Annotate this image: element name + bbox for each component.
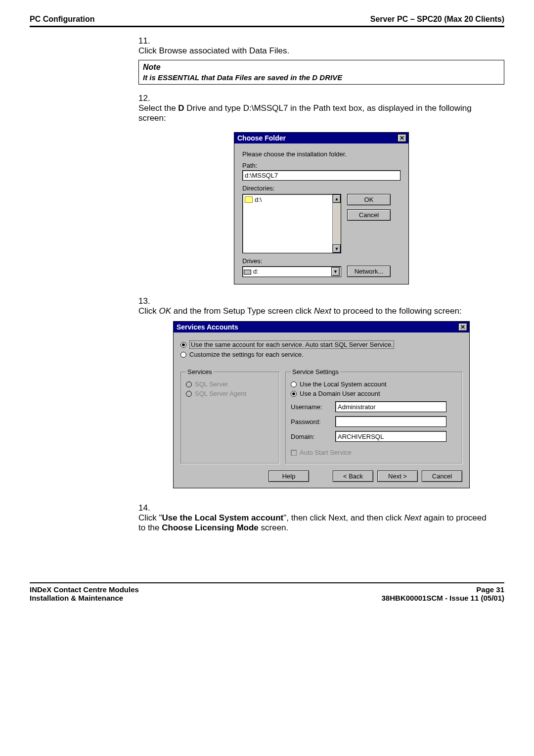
radio-label: Customize the settings for each service. [189,351,304,358]
footer-left-2: Installation & Maintenance [30,594,139,602]
radio-icon [291,391,297,397]
checkbox-autostart: Auto Start Service [291,449,457,456]
radio-label: SQL Server [195,380,228,388]
radio-icon [186,391,192,397]
path-label: Path: [242,162,400,169]
note-box: Note It is ESSENTIAL that Data Files are… [138,60,504,85]
password-label: Password: [291,418,330,425]
footer-left-1: INDeX Contact Centre Modules [30,585,139,594]
scrollbar[interactable]: ▲ ▼ [332,194,341,253]
page-header: PC Configuration Server PC – SPC20 (Max … [30,15,504,24]
step-11: 11. Click Browse associated with Data Fi… [138,36,504,56]
dialog-titlebar[interactable]: Services Accounts ✕ [174,322,469,332]
dialog-title: Services Accounts [177,323,238,331]
step-number: 13. [138,296,153,306]
dialog-titlebar[interactable]: Choose Folder ✕ [234,133,408,143]
open-folder-icon [245,196,253,203]
directory-item[interactable]: d:\ [244,195,340,204]
footer-right-1: Page 31 [382,585,504,594]
step-12: 12. Select the D Drive and type D:\MSSQL… [138,94,504,123]
radio-icon [180,352,186,358]
step-number: 14. [138,503,153,513]
password-input[interactable] [335,416,446,427]
close-icon[interactable]: ✕ [398,134,406,142]
radio-local-system[interactable]: Use the Local System account [291,380,457,388]
username-input[interactable] [335,401,446,412]
next-button[interactable]: Next > [377,471,418,482]
radio-domain-user[interactable]: Use a Domain User account [291,390,457,397]
radio-icon [291,381,297,387]
drives-label: Drives: [242,257,400,265]
username-label: Username: [291,403,330,411]
radio-label: SQL Server Agent [195,390,246,397]
domain-input[interactable] [335,431,446,442]
group-legend: Services [186,368,214,376]
step-text: Select the D Drive and type D:\MSSQL7 in… [138,103,490,123]
cancel-button[interactable]: Cancel [422,471,462,482]
dialog-title: Choose Folder [237,134,286,142]
header-right: Server PC – SPC20 (Max 20 Clients) [370,15,504,24]
checkbox-icon [291,450,297,456]
close-icon[interactable]: ✕ [458,323,467,331]
radio-sqlserver: SQL Server [186,380,274,388]
back-button[interactable]: < Back [333,471,373,482]
network-button[interactable]: Network... [347,266,391,277]
instruction-text: Please choose the installation folder. [242,150,400,158]
scroll-down-icon[interactable]: ▼ [333,244,341,253]
page-footer: INDeX Contact Centre Modules Installatio… [30,582,504,602]
directories-listbox[interactable]: d:\ ▲ ▼ [242,194,341,253]
path-input[interactable] [242,170,400,181]
note-title: Note [143,62,500,73]
step-text: Click Browse associated with Data Files. [138,46,490,56]
domain-label: Domain: [291,433,330,440]
group-legend: Service Settings [291,368,340,376]
radio-label: Use the same account for each service. A… [189,340,394,349]
step-text: Click "Use the Local System account", th… [138,513,490,533]
directories-label: Directories: [242,185,400,192]
drives-dropdown[interactable]: d: ▼ [242,266,341,277]
radio-customize[interactable]: Customize the settings for each service. [180,351,462,358]
main-content: 11. Click Browse associated with Data Fi… [138,36,504,533]
radio-label: Use the Local System account [300,380,387,388]
cancel-button[interactable]: Cancel [347,209,391,221]
note-body: It is ESSENTIAL that Data Files are save… [143,73,500,83]
radio-sqlagent: SQL Server Agent [186,390,274,397]
header-left: PC Configuration [30,15,95,24]
services-group: Services SQL Server SQL Server Agent [180,368,279,464]
radio-icon [186,381,192,387]
ok-button[interactable]: OK [347,194,391,205]
radio-label: Use a Domain User account [300,390,380,397]
radio-icon [180,342,186,348]
radio-same-account[interactable]: Use the same account for each service. A… [180,340,462,349]
services-accounts-dialog: Services Accounts ✕ Use the same account… [173,321,470,488]
service-settings-group: Service Settings Use the Local System ac… [285,368,462,464]
header-rule [30,26,504,27]
scroll-up-icon[interactable]: ▲ [333,194,341,203]
drive-icon [244,270,251,275]
step-number: 11. [138,36,153,46]
checkbox-label: Auto Start Service [300,449,352,456]
chevron-down-icon[interactable]: ▼ [331,267,340,276]
choose-folder-dialog: Choose Folder ✕ Please choose the instal… [234,132,409,284]
footer-right-2: 38HBK00001SCM - Issue 11 (05/01) [382,594,504,602]
step-14: 14. Click "Use the Local System account"… [138,503,504,533]
step-text: Click OK and the from Setup Type screen … [138,306,490,316]
step-13: 13. Click OK and the from Setup Type scr… [138,296,504,316]
step-number: 12. [138,94,153,103]
help-button[interactable]: Help [268,471,309,482]
